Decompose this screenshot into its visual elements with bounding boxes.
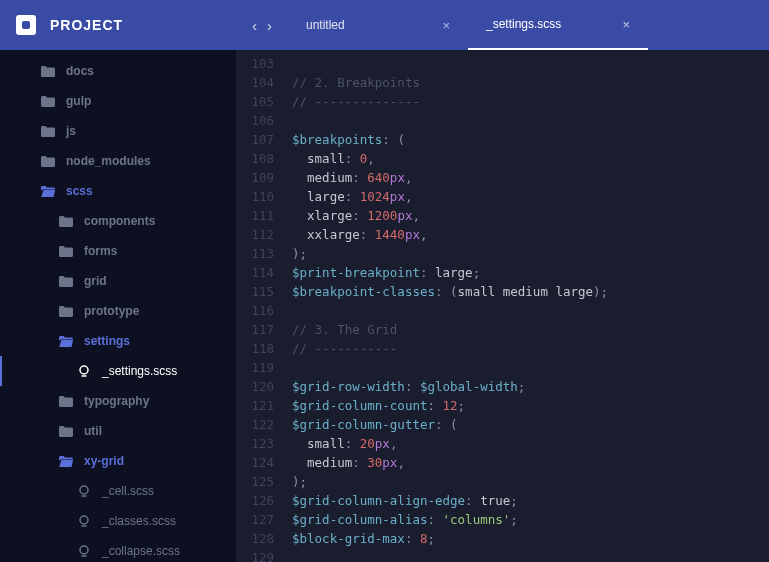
folder-icon xyxy=(58,306,74,317)
code-line[interactable]: small: 0, xyxy=(292,149,769,168)
project-title[interactable]: PROJECT xyxy=(50,17,123,33)
tree-item-label: _classes.scss xyxy=(102,514,176,528)
code-line[interactable]: large: 1024px, xyxy=(292,187,769,206)
tree-folder[interactable]: scss xyxy=(0,176,236,206)
file-icon xyxy=(76,515,92,527)
file-icon xyxy=(76,545,92,557)
tree-item-label: docs xyxy=(66,64,94,78)
tree-item-label: util xyxy=(84,424,102,438)
line-number: 126 xyxy=(236,491,274,510)
line-number: 105 xyxy=(236,92,274,111)
code-line[interactable]: // 2. Breakpoints xyxy=(292,73,769,92)
line-number: 114 xyxy=(236,263,274,282)
line-number: 111 xyxy=(236,206,274,225)
close-icon[interactable]: × xyxy=(622,17,630,32)
tree-folder[interactable]: js xyxy=(0,116,236,146)
nav-arrows: ‹ › xyxy=(236,17,288,34)
tree-folder[interactable]: grid xyxy=(0,266,236,296)
line-number: 113 xyxy=(236,244,274,263)
tab-bar: untitled×_settings.scss× xyxy=(288,0,648,50)
tree-item-label: xy-grid xyxy=(84,454,124,468)
tab-label: _settings.scss xyxy=(486,17,561,31)
tree-folder[interactable]: docs xyxy=(0,56,236,86)
code-line[interactable]: $breakpoint-classes: (small medium large… xyxy=(292,282,769,301)
tree-item-label: js xyxy=(66,124,76,138)
code-line[interactable]: ); xyxy=(292,472,769,491)
tab[interactable]: untitled× xyxy=(288,0,468,50)
code-line[interactable]: $print-breakpoint: large; xyxy=(292,263,769,282)
line-number: 125 xyxy=(236,472,274,491)
file-tree-sidebar[interactable]: docsgulpjsnode_modulesscsscomponentsform… xyxy=(0,50,236,562)
tree-folder[interactable]: prototype xyxy=(0,296,236,326)
code-line[interactable]: xlarge: 1200px, xyxy=(292,206,769,225)
code-line[interactable]: medium: 640px, xyxy=(292,168,769,187)
line-number: 128 xyxy=(236,529,274,548)
tree-item-label: _settings.scss xyxy=(102,364,177,378)
code-line[interactable] xyxy=(292,301,769,320)
tree-folder[interactable]: forms xyxy=(0,236,236,266)
tree-item-label: _cell.scss xyxy=(102,484,154,498)
tree-folder[interactable]: typography xyxy=(0,386,236,416)
line-number: 123 xyxy=(236,434,274,453)
nav-forward-icon[interactable]: › xyxy=(267,17,272,34)
line-number: 104 xyxy=(236,73,274,92)
close-icon[interactable]: × xyxy=(442,18,450,33)
tree-file[interactable]: _settings.scss xyxy=(0,356,236,386)
tree-item-label: typography xyxy=(84,394,149,408)
tree-item-label: node_modules xyxy=(66,154,151,168)
line-number: 118 xyxy=(236,339,274,358)
line-number-gutter: 1031041051061071081091101111121131141151… xyxy=(236,50,292,562)
tree-file[interactable]: _collapse.scss xyxy=(0,536,236,562)
tree-item-label: prototype xyxy=(84,304,139,318)
tree-folder[interactable]: components xyxy=(0,206,236,236)
folder-icon xyxy=(58,246,74,257)
line-number: 117 xyxy=(236,320,274,339)
folder-open-icon xyxy=(40,186,56,197)
line-number: 109 xyxy=(236,168,274,187)
tree-file[interactable]: _classes.scss xyxy=(0,506,236,536)
line-number: 116 xyxy=(236,301,274,320)
code-line[interactable]: $grid-column-count: 12; xyxy=(292,396,769,415)
tree-folder[interactable]: settings xyxy=(0,326,236,356)
nav-back-icon[interactable]: ‹ xyxy=(252,17,257,34)
tree-item-label: scss xyxy=(66,184,93,198)
folder-icon xyxy=(58,396,74,407)
code-line[interactable]: // 3. The Grid xyxy=(292,320,769,339)
code-line[interactable]: // ----------- xyxy=(292,339,769,358)
code-line[interactable]: $breakpoints: ( xyxy=(292,130,769,149)
code-line[interactable]: // -------------- xyxy=(292,92,769,111)
code-line[interactable]: small: 20px, xyxy=(292,434,769,453)
code-line[interactable]: $grid-row-width: $global-width; xyxy=(292,377,769,396)
tree-item-label: settings xyxy=(84,334,130,348)
file-icon xyxy=(76,365,92,377)
line-number: 122 xyxy=(236,415,274,434)
code-line[interactable]: $grid-column-alias: 'columns'; xyxy=(292,510,769,529)
code-line[interactable]: $grid-column-gutter: ( xyxy=(292,415,769,434)
line-number: 121 xyxy=(236,396,274,415)
code-line[interactable] xyxy=(292,111,769,130)
tree-folder[interactable]: node_modules xyxy=(0,146,236,176)
file-icon xyxy=(76,485,92,497)
tree-folder[interactable]: gulp xyxy=(0,86,236,116)
tab[interactable]: _settings.scss× xyxy=(468,0,648,50)
app-logo-icon[interactable] xyxy=(16,15,36,35)
tree-item-label: components xyxy=(84,214,155,228)
code-content[interactable]: // 2. Breakpoints// -------------- $brea… xyxy=(292,50,769,562)
line-number: 129 xyxy=(236,548,274,562)
tree-folder[interactable]: util xyxy=(0,416,236,446)
tree-item-label: gulp xyxy=(66,94,91,108)
code-line[interactable] xyxy=(292,358,769,377)
code-line[interactable]: xxlarge: 1440px, xyxy=(292,225,769,244)
code-line[interactable]: ); xyxy=(292,244,769,263)
tree-folder[interactable]: xy-grid xyxy=(0,446,236,476)
code-line[interactable] xyxy=(292,548,769,562)
code-editor[interactable]: 1031041051061071081091101111121131141151… xyxy=(236,50,769,562)
code-line[interactable]: medium: 30px, xyxy=(292,453,769,472)
code-line[interactable]: $grid-column-align-edge: true; xyxy=(292,491,769,510)
code-line[interactable] xyxy=(292,54,769,73)
code-line[interactable]: $block-grid-max: 8; xyxy=(292,529,769,548)
main-area: docsgulpjsnode_modulesscsscomponentsform… xyxy=(0,50,769,562)
header-bar: PROJECT ‹ › untitled×_settings.scss× xyxy=(0,0,769,50)
line-number: 112 xyxy=(236,225,274,244)
tree-file[interactable]: _cell.scss xyxy=(0,476,236,506)
